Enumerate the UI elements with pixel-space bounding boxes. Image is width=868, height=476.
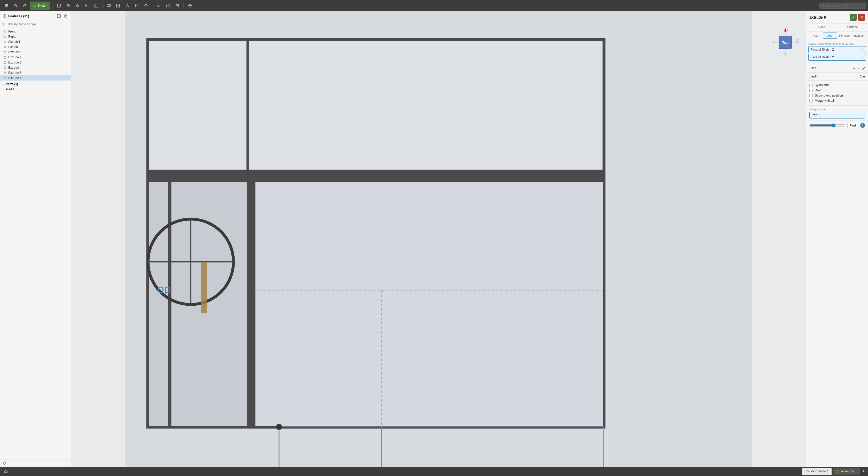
merge-scope-section: Merge scope Part 1 × <box>806 105 868 121</box>
timer-btn[interactable] <box>63 13 68 19</box>
help-btn[interactable]: ? <box>860 123 865 128</box>
draft-label: Draft <box>815 89 822 92</box>
sketch-label: Sketch <box>38 4 47 7</box>
feature-item-right[interactable]: Right <box>0 34 71 39</box>
face-2-remove-btn[interactable]: × <box>862 55 864 59</box>
feature-label-extrude6: Extrude 6 <box>8 76 22 80</box>
feature-item-extrude2[interactable]: Extrude 2 <box>0 55 71 60</box>
parts-label: Parts (1) <box>6 82 18 86</box>
svg-marker-7 <box>76 4 79 7</box>
feature-item-extrude3[interactable]: Extrude 3 <box>0 60 71 65</box>
sketch-btn[interactable]: Sketch <box>30 2 51 10</box>
tab-assembly[interactable]: Assembly 1 <box>833 468 860 475</box>
feature-label-front: Front <box>8 30 16 33</box>
face-item-2[interactable]: Face of Sketch 2 × <box>808 54 866 61</box>
final-btn[interactable]: Final <box>847 123 858 128</box>
tool1[interactable] <box>55 2 63 10</box>
home-btn[interactable] <box>2 467 10 475</box>
features-icon <box>3 14 7 18</box>
extrude-title: Extrude 6 <box>809 15 848 20</box>
tool6[interactable] <box>104 2 113 10</box>
extrude-icon-2 <box>3 56 7 59</box>
face-2-label: Face of Sketch 2 <box>811 56 834 59</box>
svg-rect-29 <box>4 31 6 32</box>
symmetric-checkbox[interactable] <box>809 83 813 87</box>
svg-rect-73 <box>836 471 839 472</box>
merge-scope-item[interactable]: Part 1 × <box>809 112 865 118</box>
svg-marker-67 <box>771 41 774 44</box>
merge-checkbox[interactable] <box>809 99 813 102</box>
feature-item-sketch2[interactable]: Sketch 2 <box>0 44 71 49</box>
tab-solid[interactable]: Solid <box>806 24 837 31</box>
tool7[interactable] <box>114 2 122 10</box>
redo-btn[interactable] <box>21 2 29 10</box>
svg-rect-12 <box>108 4 111 6</box>
option-second-end: Second end position <box>809 93 865 98</box>
search-input[interactable] <box>819 3 866 9</box>
tool13[interactable] <box>173 2 181 10</box>
add-feature-btn[interactable] <box>56 13 61 19</box>
move-tool[interactable] <box>186 2 194 10</box>
tab-surface[interactable]: Surface <box>837 24 868 31</box>
svg-rect-2 <box>5 6 8 7</box>
feature-item-extrude5[interactable]: Extrude 5 <box>0 70 71 75</box>
right-panel: Extrude 6 ✓ ✕ Solid Surface New Add Remo… <box>806 11 868 467</box>
feature-label-extrude2: Extrude 2 <box>8 56 22 59</box>
list-btn[interactable] <box>64 461 69 466</box>
op-intersect[interactable]: Intersect <box>852 33 866 39</box>
notifications-btn[interactable] <box>2 461 7 466</box>
option-draft: Draft <box>809 88 865 93</box>
canvas-area[interactable]: op Top X Y <box>71 11 806 467</box>
svg-text:Y: Y <box>786 28 788 31</box>
filter-row <box>0 21 71 28</box>
feature-item-extrude4[interactable]: Extrude 4 <box>0 65 71 70</box>
feature-item-front[interactable]: Front <box>0 29 71 34</box>
feature-item-sketch1[interactable]: Sketch 1 <box>0 39 71 44</box>
tool5[interactable] <box>92 2 100 10</box>
tool4[interactable] <box>83 2 91 10</box>
op-new[interactable]: New <box>808 33 822 39</box>
second-end-label: Second end position <box>815 94 843 97</box>
orientation-cube[interactable]: Top X Y <box>770 27 801 58</box>
merge-scope-label: Merge scope <box>809 108 865 111</box>
op-remove[interactable]: Remove <box>838 33 851 39</box>
confirm-btn[interactable]: ✓ <box>850 14 857 21</box>
feature-item-extrude1[interactable]: Extrude 1 <box>0 49 71 55</box>
svg-rect-47 <box>248 171 254 427</box>
tool11[interactable] <box>154 2 163 10</box>
cancel-btn[interactable]: ✕ <box>858 14 865 21</box>
part-item-1[interactable]: Part 1 <box>0 87 71 92</box>
menu-btn[interactable] <box>2 2 10 10</box>
merge-scope-remove-btn[interactable]: × <box>861 113 863 117</box>
parts-header[interactable]: Parts (1) <box>0 81 71 87</box>
tool10[interactable] <box>142 2 150 10</box>
second-end-checkbox[interactable] <box>809 94 813 97</box>
feature-list: Front Right Sketch 1 Sketch 2 <box>0 28 71 459</box>
tool8[interactable] <box>123 2 131 10</box>
final-slider[interactable] <box>809 124 845 128</box>
filter-input[interactable] <box>6 23 69 26</box>
feature-label-sketch2: Sketch 2 <box>8 45 21 49</box>
op-add[interactable]: Add <box>823 33 837 39</box>
tool12[interactable] <box>164 2 172 10</box>
tool3[interactable] <box>73 2 82 10</box>
sep4 <box>183 3 184 9</box>
draft-checkbox[interactable] <box>809 89 813 92</box>
blind-select[interactable]: Blind Through All Up to Face Up to Part <box>808 66 856 70</box>
faces-section: Faces and sketch regions to extrude Face… <box>806 40 868 64</box>
face-1-remove-btn[interactable]: × <box>862 47 864 52</box>
tool9[interactable] <box>132 2 141 10</box>
sketch-icon-1 <box>3 40 7 44</box>
feature-label-extrude1: Extrude 1 <box>8 50 22 54</box>
svg-marker-37 <box>3 83 4 85</box>
edit-icon[interactable] <box>862 66 866 70</box>
add-tab-btn[interactable]: + <box>861 469 866 474</box>
tool2[interactable] <box>64 2 72 10</box>
undo-btn[interactable] <box>11 2 20 10</box>
feature-item-extrude6[interactable]: Extrude 6 <box>0 75 71 80</box>
merge-label: Merge with all <box>815 99 834 102</box>
depth-row: Depth 2 in <box>806 72 868 80</box>
face-item-1[interactable]: Face of Sketch 2 × <box>808 46 866 53</box>
tab-part-studio[interactable]: Part Studio 1 <box>802 468 832 475</box>
main-layout: Features (31) Front Right <box>0 11 868 467</box>
